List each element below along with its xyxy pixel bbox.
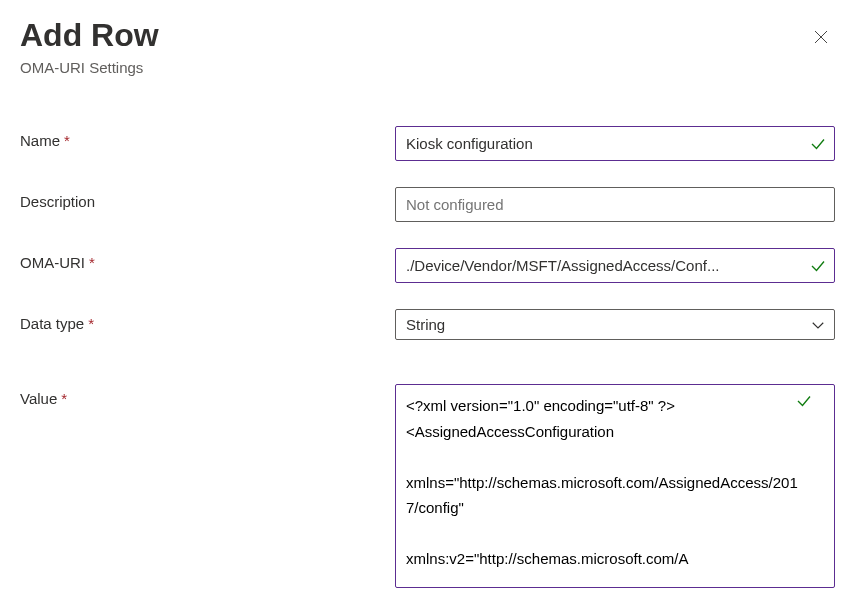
row-description: Description	[20, 187, 835, 222]
label-name: Name*	[20, 126, 395, 149]
value-textarea[interactable]	[395, 384, 835, 588]
row-name: Name*	[20, 126, 835, 161]
name-input[interactable]	[395, 126, 835, 161]
row-oma-uri: OMA-URI*	[20, 248, 835, 283]
row-value: Value*	[20, 384, 835, 592]
required-marker: *	[61, 390, 67, 407]
close-icon	[812, 28, 830, 49]
row-data-type: Data type* String	[20, 309, 835, 340]
description-input[interactable]	[395, 187, 835, 222]
oma-uri-input[interactable]	[395, 248, 835, 283]
page-title: Add Row	[20, 18, 835, 53]
required-marker: *	[88, 315, 94, 332]
data-type-select[interactable]: String	[395, 309, 835, 340]
page-subtitle: OMA-URI Settings	[20, 59, 835, 76]
required-marker: *	[89, 254, 95, 271]
label-oma-uri: OMA-URI*	[20, 248, 395, 271]
label-value: Value*	[20, 384, 395, 407]
label-description: Description	[20, 187, 395, 210]
close-button[interactable]	[807, 24, 835, 52]
required-marker: *	[64, 132, 70, 149]
checkmark-icon	[795, 392, 813, 410]
panel-header: Add Row OMA-URI Settings	[20, 18, 835, 76]
label-data-type: Data type*	[20, 309, 395, 332]
